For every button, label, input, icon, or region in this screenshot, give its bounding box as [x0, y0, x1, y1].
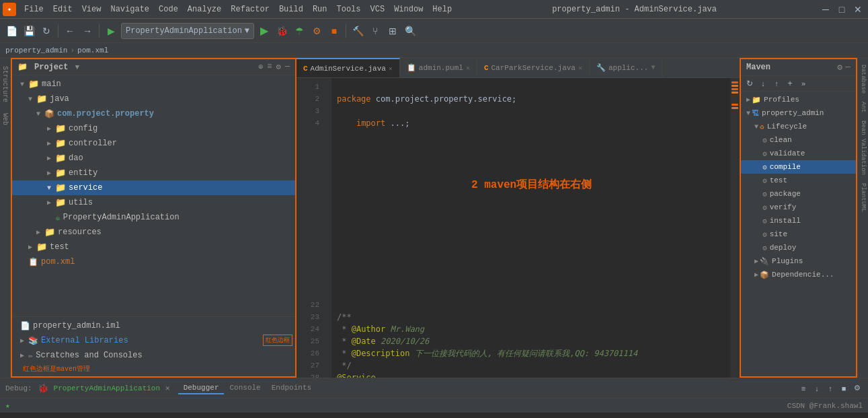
run-config-btn[interactable]: ▶: [104, 24, 118, 38]
menu-code[interactable]: Code: [155, 3, 182, 15]
tree-item-utils[interactable]: ▶ 📁 utils: [12, 195, 295, 210]
menu-view[interactable]: View: [78, 3, 106, 15]
structure-tab[interactable]: Structure: [1, 61, 9, 108]
tree-item-entity[interactable]: ▶ 📁 entity: [12, 166, 295, 180]
tree-item-main[interactable]: ▼ 📁 main: [12, 77, 295, 92]
maven-plugins[interactable]: ▶ 🔌 Plugins: [741, 254, 856, 268]
menu-analyze[interactable]: Analyze: [184, 3, 225, 15]
menu-refactor[interactable]: Refactor: [227, 3, 274, 15]
menu-file[interactable]: File: [20, 3, 48, 15]
sync-btn[interactable]: ↻: [39, 24, 54, 38]
tree-item-java[interactable]: ▼ 📁 java: [12, 92, 295, 106]
debug-stepout-btn[interactable]: ↑: [825, 383, 836, 394]
maven-profiles[interactable]: ▶ 📁 Profiles: [741, 93, 856, 106]
tree-item-pom[interactable]: 📋 pom.xml: [12, 254, 295, 269]
project-icon-3[interactable]: ⚙: [276, 62, 281, 72]
tree-item-dao[interactable]: ▶ 📁 dao: [12, 151, 295, 166]
save-btn[interactable]: 💾: [22, 24, 36, 38]
maven-deps[interactable]: ▶ 📦 Dependencie...: [741, 268, 856, 281]
tab-admin-puml[interactable]: 📋 admin.puml ✕: [400, 58, 477, 77]
tab-applic[interactable]: 🔧 applic... ▼: [590, 58, 662, 77]
maven-site[interactable]: ⚙ site: [741, 228, 856, 241]
debug-tab-debugger[interactable]: Debugger: [178, 382, 225, 394]
menu-edit[interactable]: Edit: [49, 3, 77, 15]
run-config-dropdown[interactable]: PropertyAdminApplication ▼: [121, 23, 254, 39]
maven-compile[interactable]: ⚙ compile: [741, 160, 856, 174]
maven-install[interactable]: ⚙ install: [741, 214, 856, 228]
menu-build[interactable]: Build: [275, 3, 307, 15]
tree-item-extlibs[interactable]: ▶ 📚 External Libraries 红色边框: [12, 333, 295, 348]
debug-tab-console[interactable]: Console: [224, 382, 266, 394]
tree-item-resources[interactable]: ▶ 📁 resources: [12, 225, 295, 240]
tree-item-config[interactable]: ▶ 📁 config: [12, 121, 295, 136]
forward-btn[interactable]: →: [80, 24, 95, 38]
debug-stop-btn[interactable]: ■: [838, 383, 849, 394]
new-file-btn[interactable]: 📄: [4, 24, 19, 38]
menu-vcs[interactable]: VCS: [366, 3, 389, 15]
search-btn[interactable]: 🔍: [403, 24, 418, 38]
back-btn[interactable]: ←: [63, 24, 77, 38]
maven-validate[interactable]: ⚙ validate: [741, 147, 856, 160]
tab-adminservice[interactable]: C AdminService.java ✕: [297, 58, 400, 77]
plantuml-tab[interactable]: PlantUML: [859, 179, 867, 216]
project-icon-2[interactable]: ≡: [267, 62, 272, 72]
tab-close-4[interactable]: ▼: [651, 64, 655, 71]
tree-item-service[interactable]: ▼ 📁 service: [12, 180, 295, 195]
menu-tools[interactable]: Tools: [333, 3, 365, 15]
debug-tab-endpoints[interactable]: Endpoints: [266, 382, 317, 394]
build-btn[interactable]: 🔨: [350, 24, 365, 38]
menu-navigate[interactable]: Navigate: [106, 3, 153, 15]
maven-settings-icon[interactable]: ⚙: [837, 62, 842, 73]
maven-refresh-btn[interactable]: ↻: [744, 77, 756, 90]
breadcrumb-file[interactable]: pom.xml: [77, 46, 108, 55]
bean-validation-tab[interactable]: Bean Validation: [859, 116, 867, 179]
debug-btn[interactable]: 🐞: [274, 24, 289, 38]
tab-carpark[interactable]: C CarParkService.java ✕: [477, 58, 590, 77]
maven-deploy[interactable]: ⚙ deploy: [741, 241, 856, 254]
maven-add-btn[interactable]: +: [784, 77, 796, 90]
database-tab[interactable]: Database: [859, 61, 867, 98]
close-btn[interactable]: ✕: [851, 2, 865, 17]
maven-test[interactable]: ⚙ test: [741, 174, 856, 187]
tab-close-1[interactable]: ✕: [389, 65, 393, 73]
debug-settings-btn[interactable]: ⚙: [852, 383, 863, 394]
run-btn[interactable]: ▶: [257, 24, 272, 38]
code-content[interactable]: package com.project.property.service; im…: [331, 78, 730, 378]
menu-run[interactable]: Run: [309, 3, 331, 15]
stop-btn[interactable]: ■: [327, 24, 342, 38]
web-tab[interactable]: Web: [1, 108, 9, 131]
project-icon-1[interactable]: ⊕: [258, 62, 263, 72]
tree-item-package[interactable]: ▼ 📦 com.project.property: [12, 106, 295, 121]
ant-tab[interactable]: Ant: [859, 98, 867, 116]
breadcrumb-project[interactable]: property_admin: [5, 46, 67, 55]
debug-close-btn[interactable]: ✕: [165, 384, 170, 392]
maven-clean[interactable]: ⚙ clean: [741, 133, 856, 147]
code-editor[interactable]: 1234222324252627282930313233343536373839…: [297, 78, 740, 378]
maven-package[interactable]: ⚙ package: [741, 187, 856, 201]
maven-lifecycle[interactable]: ▼ ♻ Lifecycle: [741, 120, 856, 133]
debug-resume-btn[interactable]: ≡: [798, 383, 809, 394]
maven-upload-btn[interactable]: ↑: [771, 77, 783, 90]
maximize-btn[interactable]: □: [834, 2, 849, 17]
coverage-btn[interactable]: ☂: [292, 24, 307, 38]
tree-item-controller[interactable]: ▶ 📁 controller: [12, 136, 295, 151]
tree-item-test[interactable]: ▶ 📁 test: [12, 240, 295, 254]
vcs-btn[interactable]: ⑂: [368, 24, 383, 38]
minimize-btn[interactable]: ─: [818, 2, 833, 17]
maven-more-btn[interactable]: »: [797, 77, 810, 90]
tree-item-app[interactable]: ☕ PropertyAdminApplication: [12, 210, 295, 225]
maven-download-btn[interactable]: ↓: [757, 77, 769, 90]
terminal-btn[interactable]: ⊞: [385, 24, 400, 38]
tab-close-2[interactable]: ✕: [466, 64, 470, 72]
profile-btn[interactable]: ⚙: [309, 24, 324, 38]
tab-close-3[interactable]: ✕: [578, 64, 582, 72]
menu-help[interactable]: Help: [428, 3, 456, 15]
menu-window[interactable]: Window: [390, 3, 427, 15]
debug-step-btn[interactable]: ↓: [812, 383, 822, 394]
project-icon-4[interactable]: —: [285, 62, 290, 72]
maven-project[interactable]: ▼ 🏗 property_admin: [741, 106, 856, 120]
tree-item-scratches[interactable]: ▶ ✏️ Scratches and Consoles: [12, 348, 295, 363]
maven-minimize-icon[interactable]: —: [845, 62, 851, 73]
maven-verify[interactable]: ⚙ verify: [741, 201, 856, 214]
tree-item-iml[interactable]: 📄 property_admin.iml: [12, 318, 295, 333]
